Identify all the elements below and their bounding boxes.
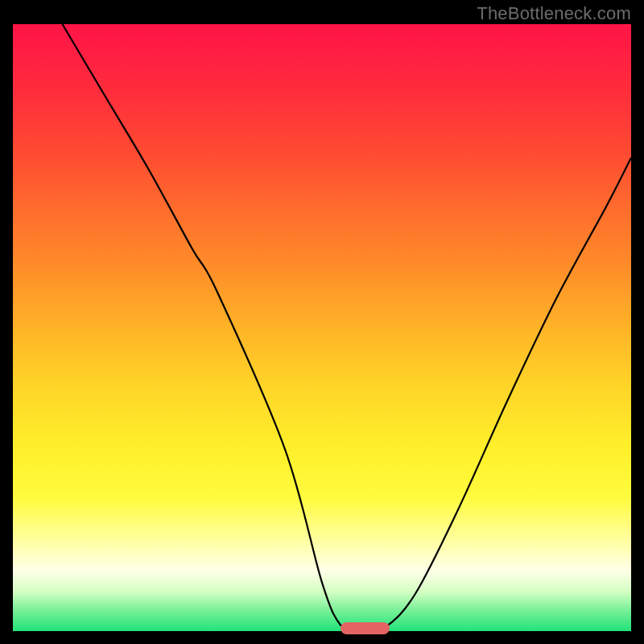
chart-frame bbox=[13, 24, 631, 631]
bottleneck-chart bbox=[13, 24, 631, 631]
chart-background bbox=[13, 24, 631, 631]
optimal-range-marker bbox=[341, 622, 390, 634]
watermark-text: TheBottleneck.com bbox=[477, 3, 631, 24]
